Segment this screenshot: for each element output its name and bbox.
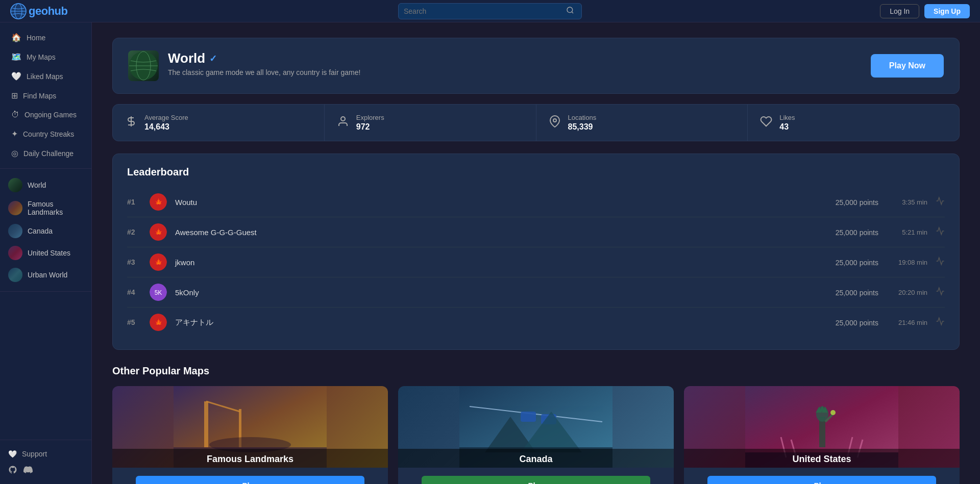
clock-icon: ⏱: [11, 110, 19, 119]
sidebar-item-find-maps[interactable]: ⊞ Find Maps: [3, 86, 88, 105]
popular-card-famous-landmarks[interactable]: Famous Landmarks Play: [112, 386, 388, 484]
stat-info: Explorers 972: [356, 114, 384, 132]
leaderboard-row: #4 5K 5kOnly 25,000 points 20:20 min: [127, 277, 945, 308]
signup-button[interactable]: Sign Up: [924, 4, 970, 18]
map-hero-image: [128, 50, 159, 81]
sidebar-item-label: Home: [27, 34, 45, 42]
popular-card-label: United States: [684, 449, 960, 468]
famous-landmarks-bg: Famous Landmarks: [112, 386, 388, 468]
popular-card-play-button[interactable]: Play: [422, 476, 650, 484]
logo[interactable]: geohub: [10, 3, 67, 19]
svg-text:🍁: 🍁: [154, 318, 163, 327]
lb-time: 3:35 min: [887, 198, 927, 206]
chart-icon[interactable]: [936, 317, 945, 328]
sidebar-item-daily-challenge[interactable]: ◎ Daily Challenge: [3, 144, 88, 163]
star-icon: ✦: [11, 129, 18, 139]
stat-info: Likes 43: [779, 114, 795, 132]
lb-points: 25,000 points: [836, 198, 878, 207]
stat-label: Average Score: [144, 114, 188, 121]
map-hero-left: World ✓ The classic game mode we all lov…: [128, 50, 360, 81]
chart-icon[interactable]: [936, 257, 945, 268]
home-icon: 🏠: [11, 33, 21, 42]
us-bg-visual: United States: [684, 386, 960, 468]
chart-icon[interactable]: [936, 226, 945, 238]
sidebar-item-label: Find Maps: [23, 92, 56, 100]
leaderboard-row: #3 🍁 jkwon 25,000 points 19:08 min: [127, 247, 945, 277]
sidebar-item-home[interactable]: 🏠 Home: [3, 28, 88, 47]
popular-maps-title: Other Popular Maps: [112, 365, 960, 377]
urban-thumbnail: [8, 268, 22, 282]
lb-avatar: 5K: [150, 284, 167, 301]
verified-badge: ✓: [209, 53, 217, 64]
sidebar-item-urban-world[interactable]: Urban World: [0, 264, 91, 286]
lb-points: 25,000 points: [836, 258, 878, 267]
search-input[interactable]: [404, 7, 564, 15]
chart-icon[interactable]: [936, 196, 945, 208]
leaderboard-title: Leaderboard: [127, 166, 945, 178]
sidebar-item-famous-landmarks[interactable]: Famous Landmarks: [0, 196, 91, 220]
sidebar-item-country-streaks[interactable]: ✦ Country Streaks: [3, 124, 88, 143]
popular-card-united-states[interactable]: United States Play: [684, 386, 960, 484]
sidebar-item-my-maps[interactable]: 🗺️ My Maps: [3, 47, 88, 66]
popular-card-canada[interactable]: Canada Play: [398, 386, 674, 484]
search-button[interactable]: [564, 4, 576, 18]
content-area: World ✓ The classic game mode we all lov…: [92, 22, 980, 484]
lb-avatar: 🍁: [150, 253, 167, 271]
stat-locations: Locations 85,339: [536, 105, 748, 141]
pin-icon: [549, 115, 561, 131]
svg-rect-28: [521, 412, 536, 422]
lb-points: 25,000 points: [836, 288, 878, 297]
svg-point-9: [553, 119, 556, 122]
github-icon[interactable]: [8, 465, 17, 476]
sidebar-bottom: 🤍 Support: [0, 440, 91, 484]
lb-username: アキナトル: [175, 318, 827, 327]
stat-info: Average Score 14,643: [144, 114, 188, 132]
sidebar-maps-section: World Famous Landmarks Canada United Sta…: [0, 174, 91, 292]
popular-card-label: Canada: [398, 449, 674, 468]
sidebar-item-liked-maps[interactable]: 🤍 Liked Maps: [3, 67, 88, 86]
stat-value: 14,643: [144, 122, 188, 132]
popular-card-label: Famous Landmarks: [112, 449, 388, 468]
sidebar-item-label: Famous Landmarks: [28, 200, 83, 216]
leaderboard-row: #2 🍁 Awesome G-G-G-Guest 25,000 points 5…: [127, 217, 945, 247]
sidebar-item-canada[interactable]: Canada: [0, 220, 91, 242]
grid-icon: ⊞: [11, 91, 18, 100]
stat-likes: Likes 43: [748, 105, 959, 141]
play-now-button[interactable]: Play Now: [871, 54, 944, 78]
sidebar-item-world[interactable]: World: [0, 174, 91, 196]
sidebar-item-label: Liked Maps: [27, 72, 63, 81]
svg-text:🍁: 🍁: [154, 258, 163, 267]
discord-icon[interactable]: [23, 465, 33, 476]
svg-text:🍁: 🍁: [154, 198, 163, 207]
chart-icon[interactable]: [936, 287, 945, 298]
map-hero-description: The classic game mode we all love, any c…: [168, 68, 360, 77]
login-button[interactable]: Log In: [880, 4, 919, 18]
stat-label: Explorers: [356, 114, 384, 121]
lb-username: Awesome G-G-G-Guest: [175, 228, 827, 237]
lb-avatar: 🍁: [150, 314, 167, 331]
sidebar-item-label: Daily Challenge: [23, 149, 74, 158]
svg-rect-21: [204, 401, 208, 447]
sidebar-item-support[interactable]: 🤍 Support: [0, 445, 91, 463]
leaderboard-row: #5 🍁 アキナトル 25,000 points 21:46 min: [127, 308, 945, 337]
popular-card-play-button[interactable]: Play: [707, 476, 936, 484]
canada-bg-visual: Canada: [398, 386, 674, 468]
sidebar-item-ongoing-games[interactable]: ⏱ Ongoing Games: [3, 106, 88, 124]
logo-text: geohub: [29, 5, 67, 18]
target-icon: ◎: [11, 148, 18, 158]
sidebar-item-united-states[interactable]: United States: [0, 242, 91, 264]
popular-maps-grid: Famous Landmarks Play: [112, 386, 960, 484]
lb-rank: #3: [127, 258, 141, 266]
lb-avatar: 🍁: [150, 223, 167, 241]
lb-rank: #2: [127, 228, 141, 236]
social-icons: [0, 463, 91, 479]
topbar: geohub Log In Sign Up: [0, 0, 980, 22]
lb-time: 21:46 min: [887, 319, 927, 326]
lb-rank: #4: [127, 288, 141, 296]
my-maps-icon: 🗺️: [11, 52, 21, 62]
leaderboard-row: #1 🍁 Woutu 25,000 points 3:35 min: [127, 187, 945, 217]
popular-card-play-button[interactable]: Play: [136, 476, 364, 484]
stat-value: 972: [356, 122, 384, 132]
map-hero-card: World ✓ The classic game mode we all lov…: [112, 38, 960, 94]
stat-label: Likes: [779, 114, 795, 121]
